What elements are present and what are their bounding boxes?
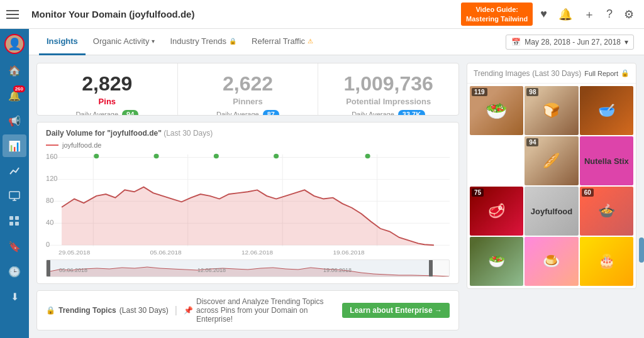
svg-point-22	[94, 154, 99, 159]
trending-image-9[interactable]: 🥗	[470, 237, 523, 286]
enterprise-button[interactable]: Learn about Enterprise →	[342, 303, 450, 318]
image-count-4: 94	[526, 138, 538, 146]
hamburger-menu[interactable]	[6, 5, 25, 24]
svg-text:160: 160	[46, 153, 57, 161]
image-count-1: 119	[472, 88, 487, 96]
pinners-value: 2,622	[188, 72, 308, 95]
sidebar-item-download[interactable]: ⬇	[3, 285, 26, 308]
image-grid: 119 🥗 98 🍞 🥣	[467, 84, 636, 288]
tab-organic-activity[interactable]: Organic Activity ▾	[86, 29, 163, 55]
scroll-indicator	[639, 237, 644, 263]
notifications-button[interactable]: 🔔	[555, 5, 576, 24]
pins-avg-badge: 94	[122, 110, 138, 116]
svg-rect-34	[50, 259, 430, 277]
svg-point-25	[274, 154, 279, 159]
sidebar-item-saved[interactable]: 🔖	[3, 235, 26, 258]
divider: |	[175, 305, 177, 316]
svg-point-23	[154, 154, 159, 159]
trending-image-5[interactable]: Nutella Stix	[580, 136, 633, 185]
heart-button[interactable]: ♥	[536, 5, 551, 23]
stat-card-impressions: 1,009,736 Potential Impressions Daily Av…	[318, 63, 458, 115]
chart-area: 160 120 80 40 0	[46, 151, 450, 258]
date-range-picker[interactable]: 📅 May 28, 2018 - Jun 27, 2018 ▾	[506, 35, 634, 50]
trending-image-7[interactable]: Joyfulfood	[525, 187, 578, 236]
svg-point-24	[214, 154, 219, 159]
avatar[interactable]: 👤	[4, 34, 25, 54]
page-title: Monitor Your Domain (joyfulfood.de)	[31, 9, 461, 19]
right-panel: Trending Images (Last 30 Days) Full Repo…	[467, 63, 636, 330]
tab-industry-trends[interactable]: Industry Trends 🔒	[162, 29, 244, 55]
trending-images-box: Trending Images (Last 30 Days) Full Repo…	[467, 63, 636, 289]
trending-topics-desc: 📌 Discover and Analyze Trending Topics a…	[184, 297, 336, 324]
trending-images-title: Trending Images (Last 30 Days)	[474, 68, 581, 78]
svg-rect-6	[15, 222, 19, 226]
sub-tabs: Insights Organic Activity ▾ Industry Tre…	[29, 29, 644, 55]
full-report-button[interactable]: Full Report 🔒	[584, 69, 630, 77]
trending-image-1[interactable]: 119 🥗	[470, 86, 523, 135]
settings-button[interactable]: ⚙	[620, 5, 638, 24]
sidebar-item-analytics[interactable]: 📊	[3, 134, 26, 157]
impressions-label: Potential Impressions	[328, 97, 448, 106]
sidebar-item-trends[interactable]	[3, 160, 26, 182]
help-button[interactable]: ?	[602, 5, 616, 23]
trending-image-3[interactable]: 🥣	[580, 86, 633, 135]
sidebar-item-grid[interactable]	[3, 210, 26, 232]
sidebar-item-monitor[interactable]	[3, 185, 26, 207]
content-area: Insights Organic Activity ▾ Industry Tre…	[29, 29, 644, 338]
sidebar-item-notifications[interactable]: 🔔 260	[3, 84, 26, 107]
sidebar-item-home[interactable]: 🏠	[3, 59, 26, 82]
trending-image-11[interactable]: 🎂	[580, 237, 633, 286]
svg-text:29.05.2018: 29.05.2018	[58, 249, 90, 256]
chevron-down-icon: ▾	[625, 38, 628, 46]
trending-image-2[interactable]: 98 🍞	[525, 86, 578, 135]
svg-text:05.06.2018: 05.06.2018	[150, 249, 182, 256]
pins-label: Pins	[47, 97, 167, 106]
svg-rect-3	[9, 216, 13, 220]
stat-card-pins: 2,829 Pins Daily Average 94	[37, 63, 178, 115]
trending-images-header: Trending Images (Last 30 Days) Full Repo…	[467, 63, 636, 84]
svg-text:12.06.2018: 12.06.2018	[197, 267, 226, 273]
pins-value: 2,829	[47, 72, 167, 95]
tab-referral-traffic[interactable]: Referral Traffic ⚠	[244, 29, 321, 55]
tab-insights[interactable]: Insights	[39, 29, 86, 55]
lock-small-icon: 🔒	[46, 306, 55, 315]
svg-text:19.06.2018: 19.06.2018	[323, 267, 352, 273]
lock-icon: 🔒	[229, 38, 236, 45]
svg-rect-0	[9, 192, 19, 199]
svg-text:05.06.2018: 05.06.2018	[59, 267, 87, 273]
chevron-down-icon: ▾	[152, 38, 155, 45]
calendar-icon: 📅	[511, 38, 521, 46]
svg-text:40: 40	[46, 219, 53, 226]
trending-image-6[interactable]: 75 🥩	[470, 187, 523, 236]
trending-topics-label: 🔒 Trending Topics (Last 30 Days)	[46, 306, 169, 315]
svg-text:80: 80	[46, 197, 53, 204]
chart-container: Daily Volume for "joyfulfood.de" (Last 3…	[36, 122, 459, 284]
image-count-8: 60	[582, 188, 594, 197]
trending-image-4[interactable]: 94 🥖	[525, 136, 578, 185]
svg-rect-5	[9, 222, 13, 226]
svg-text:0: 0	[46, 241, 50, 248]
main-layout: 👤 🏠 🔔 260 📢 📊 🔖 🕒 ⬇ Insights Organic A	[0, 29, 644, 338]
notification-badge: 260	[13, 85, 25, 92]
pinners-label: Pinners	[188, 97, 308, 106]
lock-icon: 🔒	[621, 69, 630, 77]
nav-right: Video Guide: Mastering Tailwind ♥ 🔔 ＋ ? …	[461, 3, 638, 26]
add-button[interactable]: ＋	[580, 4, 599, 25]
trending-image-8[interactable]: 60 🍲	[580, 187, 633, 236]
svg-rect-4	[15, 216, 19, 220]
top-nav: Monitor Your Domain (joyfulfood.de) Vide…	[0, 0, 644, 29]
video-guide-button[interactable]: Video Guide: Mastering Tailwind	[461, 3, 533, 26]
trending-image-10[interactable]: 🍮	[525, 237, 578, 286]
sidebar-item-history[interactable]: 🕒	[3, 260, 26, 283]
sidebar: 👤 🏠 🔔 260 📢 📊 🔖 🕒 ⬇	[0, 29, 29, 338]
svg-text:12.06.2018: 12.06.2018	[242, 249, 273, 256]
pins-avg: Daily Average 94	[47, 110, 167, 116]
chart-legend: joyfulfood.de	[46, 141, 450, 149]
stats-row: 2,829 Pins Daily Average 94 2,622 Pinner…	[36, 63, 459, 116]
left-panel: 2,829 Pins Daily Average 94 2,622 Pinner…	[36, 63, 459, 330]
impressions-avg: Daily Average 33.7K	[328, 110, 448, 116]
sidebar-item-campaigns[interactable]: 📢	[3, 109, 26, 132]
pinners-avg-badge: 87	[263, 110, 279, 116]
range-selector[interactable]: 05.06.2018 12.06.2018 19.06.2018	[46, 259, 450, 277]
svg-point-26	[365, 154, 370, 159]
